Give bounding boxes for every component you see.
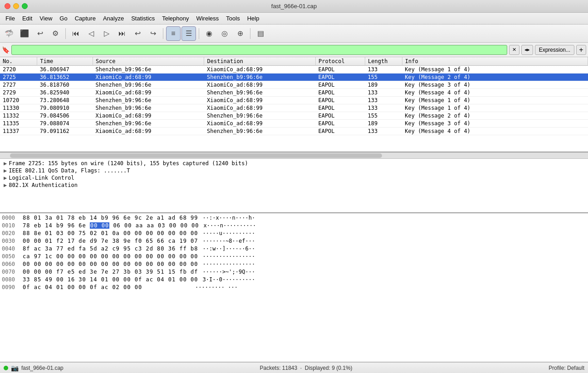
detail-text: Frame 2725: 155 bytes on wire (1240 bits… [9, 160, 248, 167]
table-row[interactable]: 272536.813652XiaomiCo_ad:68:99Shenzhen_b… [0, 74, 588, 81]
byte-highlight: 00 00 [90, 222, 109, 229]
unmark-icon[interactable]: ◎ [217, 26, 232, 41]
add-filter-button[interactable]: + [576, 45, 586, 55]
packet-list-container[interactable]: No. Time Source Destination Protocol Len… [0, 57, 588, 152]
expression-button[interactable]: Expression... [535, 45, 574, 55]
byte-offset: 0060 [2, 260, 20, 268]
minimize-button[interactable] [13, 3, 19, 9]
byte-row: 000088 01 3a 01 78 eb 14 b9 96 6e 9c 2e … [2, 214, 586, 222]
mark-icon[interactable]: ◉ [202, 26, 216, 41]
menu-item-help[interactable]: Help [244, 14, 263, 23]
menu-item-file[interactable]: File [2, 14, 19, 23]
table-row[interactable]: 272036.806947Shenzhen_b9:96:6eXiaomiCo_a… [0, 66, 588, 74]
col-len[interactable]: Length [365, 57, 402, 66]
detail-row[interactable]: ▶IEEE 802.11 QoS Data, Flags: .......T [0, 167, 588, 174]
expand-icon: ▶ [4, 160, 7, 167]
byte-ascii: x····n·········· [204, 222, 256, 230]
menu-item-edit[interactable]: Edit [19, 14, 36, 23]
open-icon[interactable]: ↩ [33, 26, 47, 41]
table-row[interactable]: 1133079.080910Shenzhen_b9:96:6eXiaomiCo_… [0, 104, 588, 112]
expand-icon: ▶ [4, 182, 7, 188]
byte-row: 0050ca 97 1c 00 00 00 00 00 00 00 00 00 … [2, 253, 586, 260]
markall-icon[interactable]: ⊕ [233, 26, 247, 41]
byte-hex: 33 85 49 00 16 30 14 01 00 00 0f ac 04 0… [23, 276, 198, 284]
window-title: fast_966e-01.cap [271, 3, 317, 10]
table-row[interactable]: 272736.818760Shenzhen_b9:96:6eXiaomiCo_a… [0, 81, 588, 89]
byte-offset: 0050 [2, 253, 20, 260]
status-bar: 📷 fast_966e-01.cap Packets: 11843 · Disp… [0, 362, 588, 373]
hscroll-bar [0, 152, 588, 159]
byte-hex: 88 8e 01 03 00 75 02 01 0a 00 00 00 00 0… [23, 230, 198, 237]
details-pane: ▶Frame 2725: 155 bytes on wire (1240 bit… [0, 159, 588, 213]
status-center: Packets: 11843 · Displayed: 9 (0.1%) [64, 365, 549, 371]
traffic-lights [5, 3, 28, 9]
expand-icon: ▶ [4, 167, 7, 174]
status-left: 📷 fast_966e-01.cap [4, 364, 64, 372]
prev-packet-icon[interactable]: ◁ [84, 26, 98, 41]
filter-nav-button[interactable]: ◂▸ [521, 45, 533, 55]
last-packet-icon[interactable]: ⏭ [115, 26, 129, 41]
first-packet-icon[interactable]: ⏮ [69, 26, 83, 41]
filter-clear-button[interactable]: ✕ [509, 45, 519, 55]
byte-offset: 0020 [2, 230, 20, 237]
byte-offset: 0080 [2, 276, 20, 284]
status-indicator [4, 366, 8, 370]
menu-item-telephony[interactable]: Telephony [158, 14, 192, 23]
table-row[interactable]: 1072073.280648Shenzhen_b9:96:6eXiaomiCo_… [0, 97, 588, 104]
col-info[interactable]: Info [402, 57, 588, 66]
filter-bookmark-icon: 🔖 [2, 46, 10, 54]
byte-row: 00408f ac 3a 77 ed fa 5d a2 c9 95 c3 2d … [2, 245, 586, 253]
pktdetail-icon[interactable]: ☰ [181, 26, 196, 41]
pktlist-icon[interactable]: ≡ [166, 26, 181, 41]
shark-icon[interactable]: 🦈 [2, 26, 16, 41]
menu-item-capture[interactable]: Capture [71, 14, 99, 23]
menu-item-go[interactable]: Go [56, 14, 71, 23]
coloring-icon[interactable]: ▤ [253, 26, 268, 41]
col-dst[interactable]: Destination [204, 57, 315, 66]
byte-ascii: 3·I··0·········· [203, 276, 255, 284]
byte-row: 008033 85 49 00 16 30 14 01 00 00 0f ac … [2, 276, 586, 284]
table-row[interactable]: 1133279.084506XiaomiCo_ad:68:99Shenzhen_… [0, 112, 588, 120]
status-packets: Packets: 11843 [260, 365, 297, 371]
packet-table: No. Time Source Destination Protocol Len… [0, 57, 588, 135]
stop-icon[interactable]: ⬛ [17, 26, 32, 41]
status-right: Profile: Default [549, 365, 584, 371]
hscroll-track[interactable] [10, 153, 382, 158]
byte-row: 007000 00 00 f7 e5 ed 3e 7e 27 3b 03 39 … [2, 268, 586, 276]
menu-item-wireless[interactable]: Wireless [192, 14, 222, 23]
byte-offset: 0070 [2, 268, 20, 276]
table-row[interactable]: 272936.825940XiaomiCo_ad:68:99Shenzhen_b… [0, 89, 588, 97]
byte-hex: 00 00 01 f2 17 de d9 7e 38 9e f0 65 66 c… [23, 237, 198, 245]
table-row[interactable]: 1133779.091162XiaomiCo_ad:68:99Shenzhen_… [0, 128, 588, 135]
col-src[interactable]: Source [93, 57, 204, 66]
col-proto[interactable]: Protocol [315, 57, 365, 66]
toolbar-separator [199, 28, 199, 39]
table-row[interactable]: 1133579.088074Shenzhen_b9:96:6eXiaomiCo_… [0, 120, 588, 128]
status-displayed: Displayed: 9 (0.1%) [305, 365, 353, 371]
fwd-icon[interactable]: ↪ [146, 26, 160, 41]
detail-row[interactable]: ▶Logical-Link Control [0, 174, 588, 182]
byte-ascii: ··:w··]····-·6·· [203, 245, 255, 253]
back-icon[interactable]: ↩ [130, 26, 145, 41]
menu-item-view[interactable]: View [36, 14, 56, 23]
next-packet-icon[interactable]: ▷ [99, 26, 114, 41]
menu-item-analyze[interactable]: Analyze [99, 14, 127, 23]
options-icon[interactable]: ⚙ [48, 26, 63, 41]
maximize-button[interactable] [22, 3, 28, 9]
col-no[interactable]: No. [0, 57, 37, 66]
menu-bar: FileEditViewGoCaptureAnalyzeStatisticsTe… [0, 13, 588, 25]
byte-hex: 00 00 00 f7 e5 ed 3e 7e 27 3b 03 39 51 1… [23, 268, 198, 276]
menu-item-statistics[interactable]: Statistics [127, 14, 158, 23]
menu-item-tools[interactable]: Tools [222, 14, 243, 23]
detail-row[interactable]: ▶802.1X Authentication [0, 182, 588, 189]
toolbar-separator [65, 28, 66, 39]
title-bar: fast_966e-01.cap [0, 0, 588, 13]
detail-row[interactable]: ▶Frame 2725: 155 bytes on wire (1240 bit… [0, 160, 588, 167]
packet-table-header: No. Time Source Destination Protocol Len… [0, 57, 588, 66]
detail-text: 802.1X Authentication [9, 182, 78, 188]
byte-offset: 0040 [2, 245, 20, 253]
byte-offset: 0000 [2, 214, 20, 222]
col-time[interactable]: Time [37, 57, 93, 66]
close-button[interactable] [5, 3, 10, 9]
filter-input[interactable]: eapol [11, 45, 507, 55]
